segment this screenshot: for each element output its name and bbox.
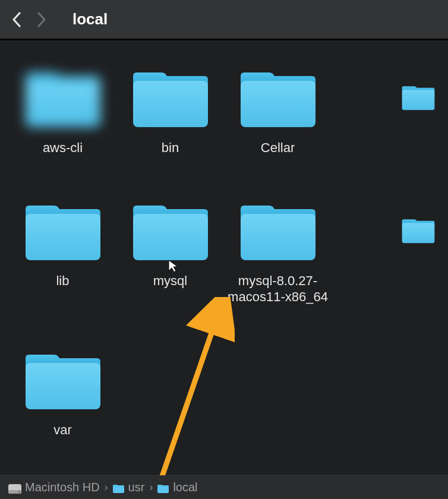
forward-button[interactable] [36,14,48,26]
window-title: local [72,10,108,29]
path-segment[interactable]: local [157,481,197,494]
folder-icon [18,64,108,130]
folder-item[interactable]: var [12,346,113,438]
folder-item[interactable]: bin [119,64,221,156]
path-segment[interactable]: usr [113,481,145,494]
folder-icon [126,197,215,263]
folder-item-partial[interactable] [335,197,436,305]
path-segment[interactable]: Macintosh HD [8,481,100,494]
folder-icon [113,483,125,492]
folder-icon [234,64,323,130]
file-grid: aws-cli bin Cellar lib [12,64,436,438]
toolbar: local [0,0,448,40]
folder-icon [18,197,108,263]
folder-label: lib [56,273,69,289]
folder-icon [157,483,169,492]
folder-label: mysql-8.0.27- macos11-x86_64 [228,273,328,305]
path-bar: Macintosh HD › usr › local [0,475,448,499]
folder-label: mysql [153,273,187,289]
folder-label: var [53,422,72,438]
folder-item[interactable]: mysql [119,197,221,305]
folder-icon [18,346,108,412]
folder-label: aws-cli [43,140,83,156]
path-label: usr [128,481,145,494]
path-label: Macintosh HD [25,481,100,494]
folder-icon [234,197,323,263]
folder-item[interactable]: lib [12,197,113,305]
folder-label: bin [162,140,179,156]
disk-icon [8,483,21,492]
folder-item-partial[interactable] [335,64,436,156]
folder-label: Cellar [261,140,295,156]
chevron-right-icon: › [149,481,153,494]
chevron-left-icon [12,12,21,27]
file-grid-area: aws-cli bin Cellar lib [0,40,448,475]
folder-icon [126,64,215,130]
chevron-right-icon: › [105,481,108,494]
folder-item[interactable]: mysql-8.0.27- macos11-x86_64 [227,197,329,305]
folder-item[interactable]: Cellar [227,64,329,156]
path-label: local [173,481,197,494]
chevron-right-icon [37,12,46,27]
back-button[interactable] [11,14,23,26]
folder-item[interactable]: aws-cli [12,64,113,156]
folder-icon [400,197,436,263]
folder-icon [400,64,436,130]
nav-arrows [11,14,48,26]
